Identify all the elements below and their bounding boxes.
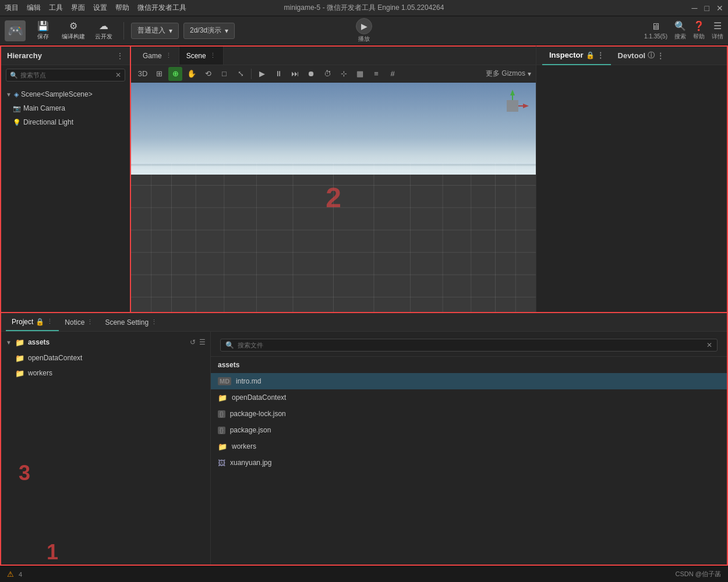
chevron-down-icon: ▾ [528,70,531,78]
file-item-xuanyuan[interactable]: 🖼 xuanyuan.jpg [211,455,727,471]
inspector-menu-icon[interactable]: ⋮ [597,51,604,59]
workers-folder[interactable]: 📁 workers [1,365,210,381]
rotate-select-tool[interactable]: ⟲ [201,67,215,81]
move-tool[interactable]: ⊕ [168,67,182,81]
file-search-icon: 🔍 [225,341,234,349]
gizmos-button[interactable]: 更多 Gizmos ▾ [486,69,531,79]
inspector-content [536,65,727,312]
devtool-menu-icon[interactable]: ⋮ [657,52,664,60]
menu-ui[interactable]: 界面 [71,3,85,13]
project-panel: Project 🔒 ⋮ Notice ⋮ Scene Setting ⋮ [1,313,727,565]
file-item-workers[interactable]: 📁 workers [211,438,727,455]
vp-separator-1 [251,69,252,79]
assets-folder-icon: 📁 [15,338,24,347]
record-tool[interactable]: ⏺ [304,67,318,81]
file-item-intro[interactable]: MD intro.md [211,373,727,389]
save-icon: 💾 [37,20,49,31]
build-icon: ⚙ [69,20,77,31]
help-icon: ❓ [693,20,705,31]
menu-help[interactable]: 帮助 [115,3,129,13]
inspector-tab[interactable]: Inspector 🔒 ⋮ [542,47,611,65]
file-item-package-lock[interactable]: {} package-lock.json [211,406,727,422]
file-item-package[interactable]: {} package.json [211,422,727,438]
inspector-tabs: Inspector 🔒 ⋮ Devtool ⓘ ⋮ [542,47,671,65]
menu-tools[interactable]: 工具 [49,3,63,13]
detail-tool[interactable]: ☰ 详情 [712,20,723,41]
grid-tool[interactable]: ▦ [353,67,367,81]
detail-icon: ☰ [713,20,722,31]
scale-tool[interactable]: ⤡ [234,67,248,81]
lock-icon[interactable]: 🔒 [586,51,595,59]
align-tool[interactable]: ≡ [369,67,383,81]
vp-right-tools: 更多 Gizmos ▾ [486,69,531,79]
grid-svg [131,163,536,312]
open-data-context-folder[interactable]: 📁 openDataContext [1,350,210,365]
scene-root-item[interactable]: ▼ ◈ Scene<SampleScene> [1,87,130,101]
scene-view[interactable]: 2 [131,83,536,312]
menu-settings[interactable]: 设置 [93,3,107,13]
play-section: ▶ 播放 [356,18,372,43]
watermark: CSDN @伯子菡 [676,570,721,579]
close-button[interactable]: ✕ [716,3,723,13]
menu-wechat[interactable]: 微信开发者工具 [137,3,186,13]
refresh-icon[interactable]: ↺ [190,338,196,346]
3d-toggle[interactable]: 3D [136,67,150,81]
scene-setting-menu-icon[interactable]: ⋮ [151,318,157,326]
step-tool[interactable]: ⏸ [271,67,285,81]
project-tab[interactable]: Project 🔒 ⋮ [6,313,59,331]
hand-tool[interactable]: ✋ [185,67,199,81]
hash-tool[interactable]: # [386,67,400,81]
devtool-tab[interactable]: Devtool ⓘ ⋮ [611,47,672,65]
cloud-button[interactable]: ☁ 云开发 [91,19,116,42]
notice-tab[interactable]: Notice ⋮ [59,313,99,331]
game-tab[interactable]: Game ⋮ [136,47,179,65]
folder-icon: 📁 [15,369,24,378]
hierarchy-search-input[interactable] [20,72,115,79]
viewport-tabs: Game ⋮ Scene ⋮ [131,47,536,65]
file-search-clear-icon[interactable]: ✕ [706,341,712,349]
notice-menu-icon[interactable]: ⋮ [87,318,93,326]
warning-icon: ⚠ [7,570,14,579]
hierarchy-panel: Hierarchy ⋮ 🔍 ✕ ▼ ◈ Scene<SampleScene> 📷… [0,45,131,312]
menu-project[interactable]: 项目 [5,3,19,13]
bottom-section: Project 🔒 ⋮ Notice ⋮ Scene Setting ⋮ [0,313,728,566]
grid-toggle[interactable]: ⊞ [152,67,166,81]
timeline-tool[interactable]: ⏱ [320,67,334,81]
game-tab-menu[interactable]: ⋮ [165,52,172,59]
hierarchy-menu-icon[interactable]: ⋮ [116,51,124,61]
file-item-open-data-context[interactable]: 📁 openDataContext [211,389,727,406]
minimize-button[interactable]: ─ [692,3,698,13]
mode-dropdown[interactable]: 普通进入 ▾ [131,23,179,39]
snap-tool[interactable]: ⊹ [337,67,351,81]
list-icon[interactable]: ☰ [199,338,206,346]
avatar[interactable]: 🎮 [5,20,26,41]
file-tree-actions: ↺ ☰ [190,338,206,346]
directional-light-item[interactable]: 💡 Directional Light [1,115,130,129]
file-list-header: assets [211,357,727,373]
project-menu-icon[interactable]: ⋮ [47,318,53,325]
rect-tool[interactable]: □ [217,67,231,81]
next-tool[interactable]: ⏭ [288,67,302,81]
display-dropdown[interactable]: 2d/3d演示 ▾ [183,23,235,39]
scene-setting-tab[interactable]: Scene Setting ⋮ [99,313,163,331]
scene-tab-menu[interactable]: ⋮ [210,52,216,59]
hierarchy-search-bar: 🔍 ✕ [6,69,125,81]
file-search-input[interactable] [238,342,703,349]
assets-collapse-arrow[interactable]: ▼ [6,339,12,346]
maximize-button[interactable]: □ [705,3,709,13]
search-icon: 🔍 [10,72,18,79]
file-list: 🔍 ✕ assets MD intro.md 📁 openD [211,332,727,565]
title-bar: 项目 编辑 工具 界面 设置 帮助 微信开发者工具 minigame-5 - 微… [0,0,728,16]
build-button[interactable]: ⚙ 编译构建 [61,19,86,42]
play-button[interactable]: ▶ [356,18,372,34]
version-tool[interactable]: 🖥 1.1.35(5) [644,22,667,40]
main-camera-item[interactable]: 📷 Main Camera [1,101,130,115]
project-content: ▼ 📁 assets ↺ ☰ 📁 openDataContext 📁 [1,332,727,565]
search-tool[interactable]: 🔍 搜索 [674,20,686,41]
clear-search-icon[interactable]: ✕ [115,71,121,79]
help-tool[interactable]: ❓ 帮助 [693,20,705,41]
scene-tab[interactable]: Scene ⋮ [179,47,224,65]
play-tool[interactable]: ▶ [255,67,269,81]
menu-edit[interactable]: 编辑 [27,3,41,13]
save-button[interactable]: 💾 保存 [30,19,56,42]
